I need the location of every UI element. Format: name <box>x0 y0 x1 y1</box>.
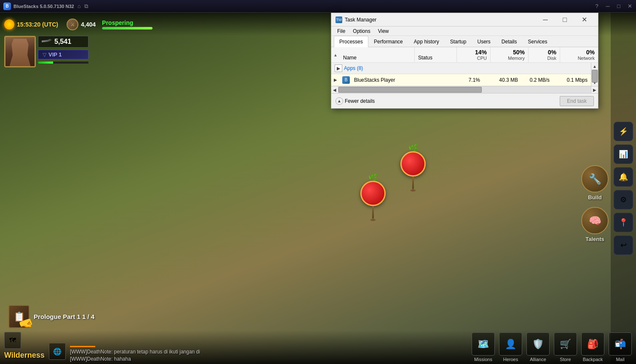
cpu-pct: 14% <box>475 49 487 56</box>
player-weapon-bar: 5,541 <box>38 36 89 48</box>
bluestacks-title: BlueStacks 5.0.50.7130 N32 <box>13 4 74 9</box>
tomato-pin-base-2 <box>370 219 376 221</box>
apps-expand-button[interactable]: ▶ <box>335 64 342 72</box>
tab-startup[interactable]: Startup <box>445 36 472 47</box>
sort-arrow: ▲ <box>333 53 338 57</box>
scrollbar-track[interactable] <box>591 70 598 79</box>
time-text: 15:53:20 (UTC) <box>17 21 58 28</box>
sidebar-btn-3[interactable]: 🔔 <box>614 167 633 187</box>
copy-icon[interactable]: ⧉ <box>84 3 88 10</box>
col-disk-header[interactable]: 0% Disk <box>529 47 560 62</box>
col-name-header[interactable]: Name <box>340 47 415 62</box>
prologue-overlay[interactable]: 📋 🤜 Prologue Part 1 1 / 4 <box>8 305 94 328</box>
col-memory-header[interactable]: 50% Memory <box>491 47 529 62</box>
home-icon[interactable]: ⌂ <box>78 3 81 10</box>
bs-help-button[interactable]: ? <box>594 3 600 9</box>
bs-minimize-button[interactable]: ─ <box>605 3 611 9</box>
bs-close-button[interactable]: ✕ <box>627 3 633 9</box>
resource-count: 4,404 <box>81 21 96 28</box>
tab-services[interactable]: Services <box>523 36 553 47</box>
bluestacks-toolbar-icons: ⌂ ⧉ <box>78 3 88 10</box>
fewer-details-icon: ▲ <box>335 97 343 105</box>
tm-scroll-area: ▶ Apps (8) ▶ B BlueStacks Player 7.1% 40… <box>331 63 598 86</box>
tm-close-button[interactable]: ✕ <box>574 13 594 27</box>
world-icon[interactable]: 🌐 <box>49 343 66 360</box>
tm-menu-options[interactable]: Options <box>349 27 373 35</box>
bluestacks-process-row[interactable]: ▶ B BlueStacks Player 7.1% 40.3 MB 0.2 M… <box>331 74 591 86</box>
player-power: 5,541 <box>54 38 71 46</box>
sidebar-btn-6[interactable]: ↩ <box>614 236 633 255</box>
tomato-pin-1 <box>412 177 414 189</box>
fewer-details-button[interactable]: ▲ Fewer details <box>335 97 375 105</box>
bluestacks-icon: B <box>3 3 11 10</box>
sidebar-btn-1[interactable]: ⚡ <box>614 122 633 141</box>
hscrollbar-left-button[interactable]: ◀ <box>331 86 338 94</box>
mail-label: Mail <box>616 357 624 362</box>
talents-button[interactable]: 🧠 Talents <box>581 207 609 242</box>
tm-menu-file[interactable]: File <box>334 27 349 35</box>
hscrollbar-track[interactable] <box>338 86 591 93</box>
tab-performance[interactable]: Performance <box>368 36 408 47</box>
exp-bar <box>38 62 89 64</box>
build-button[interactable]: 🔧 Build <box>581 165 609 201</box>
tab-processes[interactable]: Processes <box>334 36 368 47</box>
tomato-marker-1: 🌿 <box>400 143 426 192</box>
sidebar-btn-2[interactable]: 📊 <box>614 145 633 164</box>
scrollbar-up-button[interactable]: ▲ <box>591 63 598 70</box>
location-label: Wilderness <box>4 351 45 360</box>
bs-maximize-button[interactable]: □ <box>616 3 622 9</box>
tm-titlebar: TM Task Manager ─ □ ✕ <box>331 13 598 27</box>
tab-details[interactable]: Details <box>496 36 523 47</box>
vip-text: VIP 1 <box>48 51 62 58</box>
hscrollbar-thumb[interactable] <box>338 87 482 93</box>
sort-area: ▲ <box>331 47 340 62</box>
sun-icon <box>4 19 14 29</box>
network-label: Network <box>578 56 595 61</box>
missions-button[interactable]: 🗺️ Missions <box>472 332 495 362</box>
weapon-icon <box>42 39 52 45</box>
tab-app-history[interactable]: App history <box>408 36 445 47</box>
store-button[interactable]: 🛒 Store <box>554 332 577 362</box>
tab-users[interactable]: Users <box>472 36 496 47</box>
tm-horizontal-scrollbar: ◀ ▶ <box>331 86 598 93</box>
tomato-marker-2: 🌿 <box>360 173 386 221</box>
mail-button[interactable]: 📬 Mail <box>609 332 632 362</box>
col-network-header[interactable]: 0% Network <box>560 47 598 62</box>
bluestacks-process-name: BlueStacks Player <box>352 75 408 85</box>
avatar-inner <box>5 37 35 66</box>
store-icon: 🛒 <box>554 332 577 356</box>
tm-column-headers: ▲ Name Status 14% CPU 50% Memory 0% Disk… <box>331 47 598 63</box>
col-status-header[interactable]: Status <box>415 47 457 62</box>
bluestacks-logo: B BlueStacks 5.0.50.7130 N32 <box>3 3 74 10</box>
player-avatar[interactable] <box>4 36 36 67</box>
tomato-pin-base-1 <box>410 189 416 192</box>
bluestacks-titlebar: B BlueStacks 5.0.50.7130 N32 ⌂ ⧉ ? ─ □ ✕ <box>0 0 636 13</box>
disk-label: Disk <box>547 56 556 61</box>
vip-badge[interactable]: ▽ VIP 1 <box>38 50 89 59</box>
disk-pct: 0% <box>548 49 556 56</box>
tm-list-area: ▶ Apps (8) ▶ B BlueStacks Player 7.1% 40… <box>331 63 591 86</box>
hscrollbar-right-button[interactable]: ▶ <box>591 86 598 94</box>
tm-minimize-button[interactable]: ─ <box>536 13 555 27</box>
alliance-button[interactable]: 🛡️ Alliance <box>526 332 550 362</box>
tomato-icon-2 <box>360 181 386 206</box>
backpack-button[interactable]: 🎒 Backpack <box>581 332 604 362</box>
sidebar-btn-5[interactable]: 📍 <box>614 213 633 232</box>
backpack-label: Backpack <box>583 357 603 362</box>
tm-restore-button[interactable]: □ <box>555 13 574 27</box>
avatar-image <box>4 36 36 67</box>
sidebar-btn-4[interactable]: ⚙ <box>614 190 633 209</box>
apps-group-row[interactable]: ▶ Apps (8) <box>331 63 591 74</box>
end-task-button[interactable]: End task <box>560 96 594 106</box>
col-cpu-header[interactable]: 14% CPU <box>457 47 491 62</box>
talents-label: Talents <box>585 236 604 242</box>
heroes-button[interactable]: 👤 Heroes <box>499 332 522 362</box>
map-icon[interactable]: 🗺 <box>4 332 21 349</box>
resource-bar: ⚔ 4,404 <box>67 19 96 30</box>
alliance-icon: 🛡️ <box>526 332 550 356</box>
tm-menu-view[interactable]: View <box>375 27 392 35</box>
vip-icon: ▽ <box>43 52 46 58</box>
chat-progress-bar <box>70 346 95 347</box>
scrollbar-thumb[interactable] <box>592 70 598 83</box>
cpu-label: CPU <box>477 56 487 61</box>
